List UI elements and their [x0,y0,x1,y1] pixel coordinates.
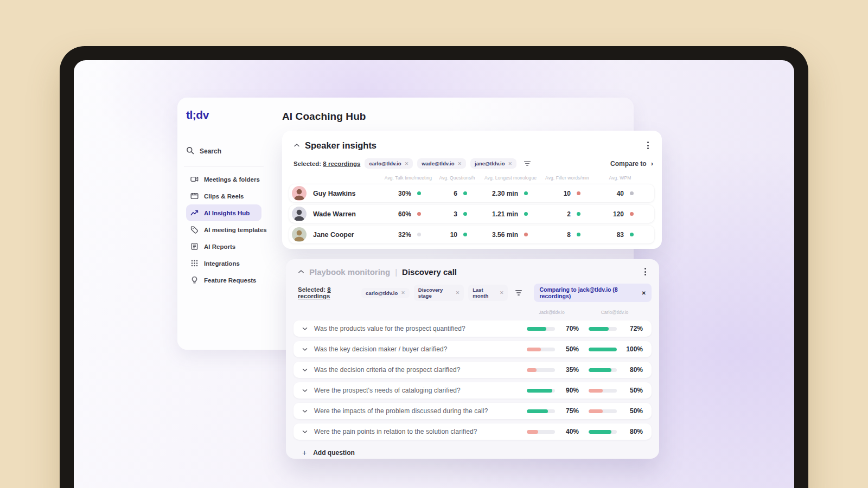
status-dot [630,191,634,195]
talk-time-value: 60% [398,210,411,218]
sidebar-item-feature-requests[interactable]: Feature Requests [186,272,261,288]
question-text: Was the decision criteria of the prospec… [314,366,461,374]
status-dot [630,212,634,216]
speaker-table-header: Avg. Talk time/meeting Avg. Questions/h … [289,174,654,182]
playbook-title: Discovery call [402,267,457,277]
kebab-menu-icon[interactable] [644,139,652,151]
kebab-menu-icon[interactable] [641,266,649,278]
speaker-row[interactable]: Wade Warren 60% 3 1.21 min 2 120 [289,205,654,223]
search-button[interactable]: Search [186,146,261,156]
question-row[interactable]: Were the pain points in relation to the … [293,423,652,440]
question-text: Were the prospect's needs of cataloging … [314,387,461,394]
tldv-logo: tl;dv [186,108,261,121]
screen: tl;dv Search Meetings & folders [74,60,794,488]
percent-carlo: 72% [622,325,643,332]
progress-bar-jack [527,389,555,393]
percent-jack: 50% [560,345,579,353]
question-row[interactable]: Was the decision criteria of the prospec… [293,362,652,378]
laptop-frame: tl;dv Search Meetings & folders [60,46,808,488]
chip-close-icon[interactable]: ✕ [405,161,409,166]
filler-words-value: 2 [567,210,571,218]
search-label: Search [200,147,221,155]
speaker-name: Wade Warren [313,210,382,218]
filter-chip[interactable]: jane@tldv.io ✕ [470,158,516,169]
badge-close-icon[interactable]: ✕ [642,290,646,296]
monologue-value: 2.30 min [492,190,518,197]
collapse-chevron-up-icon[interactable] [298,269,304,274]
add-question-label: Add question [313,449,355,457]
progress-bar-carlo [589,348,617,351]
talk-time-value: 32% [398,231,411,239]
sidebar-item-ai-insights-hub[interactable]: AI Insights Hub [186,204,261,221]
report-document-icon [190,242,199,251]
filler-words-value: 10 [564,190,571,197]
collapse-chevron-up-icon[interactable] [293,143,300,147]
video-camera-icon [190,175,199,183]
filter-chip[interactable]: Discovery stage ✕ [414,285,464,301]
questions-value: 3 [454,210,457,218]
selected-count-link[interactable]: 8 recordings [323,160,360,167]
percent-jack: 40% [560,428,579,435]
chevron-down-icon[interactable] [302,389,308,393]
add-question-button[interactable]: + Add question [293,445,652,461]
question-row[interactable]: Were the prospect's needs of cataloging … [293,382,652,399]
percent-jack: 90% [560,387,579,394]
filter-chip[interactable]: carlo@tldv.io ✕ [365,158,413,169]
percent-carlo: 80% [622,428,643,435]
filter-icon[interactable] [512,288,525,297]
chevron-down-icon[interactable] [302,409,308,413]
tag-icon [190,226,199,234]
column-header: Carlo@tldv.io [588,310,642,315]
sidebar-item-ai-reports[interactable]: AI Reports [186,238,261,255]
chip-close-icon[interactable]: ✕ [457,161,462,166]
comparing-badge[interactable]: Comparing to jack@tldv.io (8 recordings)… [534,284,652,302]
question-text: Were the impacts of the problem discusse… [314,407,488,415]
filter-icon[interactable] [521,159,534,168]
speaker-row[interactable]: Guy Hawkins 30% 6 2.30 min 10 40 [289,184,654,202]
questions-value: 6 [454,190,457,197]
sidebar-item-ai-meeting-templates[interactable]: AI meeting templates [186,221,261,238]
column-header: Avg. Talk time/meeting [382,175,434,181]
status-dot [577,212,580,216]
sidebar-item-label: Feature Requests [204,277,257,284]
sidebar-item-clips-reels[interactable]: Clips & Reels [186,188,261,204]
question-row[interactable]: Was the key decision maker / buyer clari… [293,341,652,357]
sidebar-item-label: Integrations [204,260,240,267]
progress-bar-jack [527,430,555,434]
filter-chip[interactable]: Last month ✕ [468,285,508,301]
questions-value: 10 [450,231,457,239]
sidebar-item-integrations[interactable]: Integrations [186,255,261,272]
chevron-down-icon[interactable] [302,327,308,331]
question-text: Was the products value for the prospect … [314,325,465,332]
filter-chip[interactable]: carlo@tldv.io ✕ [361,288,410,298]
chip-close-icon[interactable]: ✕ [508,161,513,166]
percent-carlo: 100% [622,345,643,353]
sidebar-item-label: AI Insights Hub [204,210,250,216]
title-separator: | [395,267,397,277]
sidebar-item-meetings-folders[interactable]: Meetings & folders [186,171,261,188]
percent-jack: 75% [560,407,579,415]
chevron-down-icon[interactable] [302,430,308,434]
column-header: Avg. Longest monologue [480,175,541,181]
chip-close-icon[interactable]: ✕ [500,290,504,296]
speaker-row[interactable]: Jane Cooper 32% 10 3.56 min 8 83 [289,226,654,243]
question-row[interactable]: Was the products value for the prospect … [293,320,652,337]
chevron-down-icon[interactable] [302,368,308,372]
status-dot [524,212,528,216]
progress-bar-carlo [589,409,617,413]
filter-chip[interactable]: wade@tldv.io ✕ [417,158,466,169]
chevron-down-icon[interactable] [302,348,308,351]
percent-carlo: 50% [622,387,643,394]
question-row[interactable]: Were the impacts of the problem discusse… [293,403,652,419]
progress-bar-jack [527,409,555,413]
chip-close-icon[interactable]: ✕ [401,290,405,296]
status-dot [417,191,421,195]
compare-to-button[interactable]: Compare to › [609,157,654,170]
avatar [292,227,307,242]
chip-close-icon[interactable]: ✕ [456,290,460,296]
progress-bar-jack [527,348,555,351]
status-dot [463,212,467,216]
monologue-value: 3.56 min [492,231,518,239]
sidebar-divider [184,166,264,166]
comparison-column-headers: Jack@tldv.io Carlo@tldv.io [293,309,650,316]
